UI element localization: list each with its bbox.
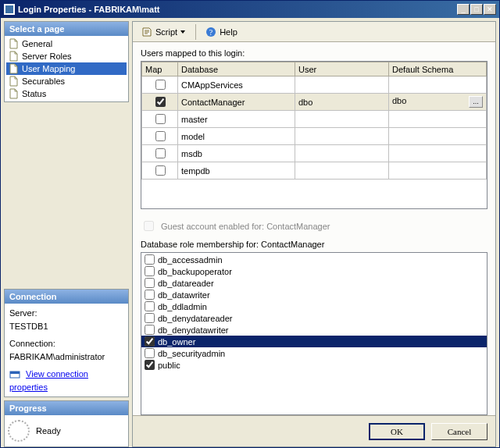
cell-user [295,162,389,180]
role-checkbox[interactable] [145,254,155,265]
table-row[interactable]: master [142,111,487,128]
cell-database: tempdb [178,162,295,180]
chevron-down-icon [180,29,186,34]
role-checkbox[interactable] [145,336,155,347]
sidebar-item-user-mapping[interactable]: User Mapping [6,62,127,75]
cell-schema [389,111,487,128]
role-name: db_securityadmin [158,349,225,358]
role-checkbox[interactable] [145,360,155,370]
ok-button[interactable]: OK [369,423,425,440]
role-checkbox[interactable] [145,348,155,358]
table-row[interactable]: msdb [142,145,487,162]
role-item[interactable]: db_accessadmin [141,254,487,265]
help-button[interactable]: ? Help [200,24,243,40]
sidebar-item-label: Status [22,89,46,98]
close-button[interactable]: ✕ [484,4,496,15]
role-checkbox[interactable] [145,325,155,335]
role-name: public [158,361,180,370]
role-checkbox[interactable] [145,266,155,276]
role-name: db_denydatawriter [158,325,229,335]
role-item[interactable]: db_backupoperator [141,265,487,277]
role-name: db_backupoperator [158,267,232,276]
sidebar-item-label: Securables [22,76,65,86]
guest-enabled-checkbox [144,221,154,231]
page-icon [8,51,19,62]
page-icon [8,63,19,74]
maximize-button[interactable]: □ [470,4,483,15]
map-checkbox[interactable] [155,80,166,90]
toolbar: Script ? Help [133,22,495,42]
col-map[interactable]: Map [142,62,178,76]
help-icon: ? [205,27,216,37]
role-checkbox[interactable] [145,301,155,311]
cell-schema [389,145,487,162]
cell-user: dbo [295,94,389,111]
role-name: db_owner [158,337,195,347]
table-row[interactable]: CMAppServices [142,76,487,94]
app-icon [4,4,15,15]
role-item[interactable]: db_securityadmin [141,347,487,359]
sidebar-item-status[interactable]: Status [6,87,127,100]
connection-header: Connection [5,290,128,304]
role-list[interactable]: db_accessadmindb_backupoperatordb_datare… [141,252,488,415]
map-checkbox[interactable] [155,131,166,141]
cell-schema: dbo... [389,94,487,111]
window-title: Login Properties - FABRIKAM\matt [18,5,457,14]
col-user[interactable]: User [295,62,389,76]
role-checkbox[interactable] [145,278,155,288]
role-item[interactable]: db_ddladmin [141,300,487,312]
map-checkbox[interactable] [155,165,166,176]
cell-database: ContactManager [178,94,295,111]
role-checkbox[interactable] [145,313,155,323]
page-icon [8,38,19,49]
cell-user [295,128,389,145]
minimize-button[interactable]: _ [457,4,470,15]
sidebar-item-label: Server Roles [22,52,72,61]
role-name: db_ddladmin [158,302,207,311]
view-connection-properties-link[interactable]: View connection properties [9,369,88,392]
role-item[interactable]: db_datawriter [141,289,487,300]
cell-database: CMAppServices [178,76,295,94]
cell-schema [389,162,487,180]
user-mapping-grid[interactable]: Map Database User Default Schema CMAppSe… [141,61,488,209]
connection-label: Connection: [9,337,123,350]
cell-database: master [178,111,295,128]
schema-browse-button[interactable]: ... [469,96,483,108]
map-checkbox[interactable] [155,114,166,124]
table-row[interactable]: model [142,128,487,145]
role-membership-label: Database role membership for: ContactMan… [141,240,488,249]
cell-user [295,145,389,162]
progress-spinner-icon [8,420,30,442]
cell-user [295,111,389,128]
role-item[interactable]: db_owner [141,336,487,347]
svg-rect-1 [10,372,20,374]
users-mapped-label: Users mapped to this login: [141,48,488,58]
titlebar: Login Properties - FABRIKAM\matt _ □ ✕ [1,1,499,18]
cell-database: model [178,128,295,145]
script-button[interactable]: Script [136,24,191,40]
script-icon [141,27,152,37]
role-name: db_denydatareader [158,314,232,323]
role-item[interactable]: db_denydatareader [141,312,487,324]
page-icon [8,88,19,99]
col-database[interactable]: Database [178,62,295,76]
progress-header: Progress [5,401,128,415]
map-checkbox[interactable] [155,97,166,107]
connection-properties-icon [9,369,20,380]
col-default-schema[interactable]: Default Schema [389,62,487,76]
map-checkbox[interactable] [155,148,166,158]
sidebar-item-general[interactable]: General [6,37,127,50]
cancel-button[interactable]: Cancel [431,423,488,440]
sidebar-item-server-roles[interactable]: Server Roles [6,50,127,62]
role-item[interactable]: public [141,359,487,371]
cell-schema [389,128,487,145]
select-page-header: Select a page [5,22,128,36]
role-item[interactable]: db_denydatawriter [141,324,487,336]
table-row[interactable]: tempdb [142,162,487,180]
role-name: db_datawriter [158,290,210,300]
server-label: Server: [9,307,123,320]
table-row[interactable]: ContactManagerdbodbo... [142,94,487,111]
role-item[interactable]: db_datareader [141,277,487,289]
sidebar-item-securables[interactable]: Securables [6,75,127,87]
role-checkbox[interactable] [145,290,155,300]
